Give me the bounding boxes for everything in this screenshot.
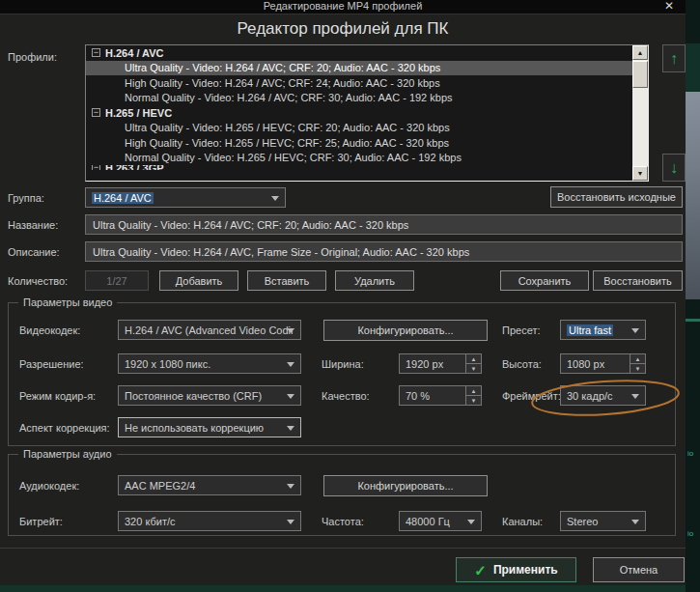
bitrate-select[interactable]: 320 кбит/с <box>118 511 301 531</box>
coding-mode-select[interactable]: Постоянное качество (CRF) <box>118 385 301 406</box>
group-select[interactable]: H.264 / AVC <box>85 187 286 208</box>
framerate-select[interactable]: 30 кадр/с <box>560 385 646 406</box>
background-text-fragment: io <box>687 449 693 458</box>
height-value: 1080 px <box>561 354 630 373</box>
width-stepper[interactable]: 1920 px ▲ ▼ <box>399 353 482 374</box>
chevron-down-icon <box>287 484 294 489</box>
chevron-down-icon <box>287 520 294 524</box>
arrow-up-icon: ↑ <box>670 50 678 68</box>
profile-row-label: Normal Quality - Video: H.265 / HEVC; CR… <box>125 152 462 163</box>
group-label: Группа: <box>8 192 44 204</box>
chevron-down-icon <box>287 362 294 367</box>
collapse-icon[interactable]: − <box>92 165 100 170</box>
title-bar: Редактирование MP4 профилей ✕ <box>0 0 686 14</box>
profile-row[interactable]: −H.263 / 3GP <box>86 165 632 170</box>
frequency-label: Частота: <box>322 516 364 527</box>
insert-button[interactable]: Вставить <box>247 270 326 291</box>
move-up-button[interactable]: ↑ <box>662 44 686 72</box>
restore-defaults-button[interactable]: Восстановить исходные <box>550 186 683 208</box>
spin-down-icon[interactable]: ▼ <box>630 364 645 373</box>
quality-stepper[interactable]: 70 % ▲ ▼ <box>399 385 482 406</box>
aspect-correction-select[interactable]: Не использовать коррекцию <box>118 417 301 437</box>
chevron-down-icon <box>631 394 639 399</box>
quality-value: 70 % <box>400 386 465 405</box>
height-label: Высота: <box>502 358 542 370</box>
apply-button-label: Применить <box>493 563 558 577</box>
chevron-down-icon <box>631 328 639 333</box>
profiles-list: −H.264 / AVCUltra Quality - Video: H.264… <box>86 45 632 181</box>
arrow-down-icon: ↓ <box>670 159 678 177</box>
scroll-up-icon[interactable]: ▲ <box>632 45 648 60</box>
spin-down-icon[interactable]: ▼ <box>466 396 481 405</box>
aspect-correction-label: Аспект коррекция: <box>19 422 110 434</box>
scrollbar-thumb[interactable] <box>632 61 648 88</box>
resolution-select[interactable]: 1920 x 1080 пикс. <box>118 353 301 374</box>
profile-row[interactable]: −H.264 / AVC <box>86 45 632 61</box>
framerate-value: 30 кадр/с <box>567 390 613 402</box>
count-field: 1/27 <box>85 270 149 291</box>
cancel-button[interactable]: Отмена <box>593 557 685 582</box>
profile-row[interactable]: −H.265 / HEVC <box>86 105 632 121</box>
width-label: Ширина: <box>322 358 364 370</box>
profiles-label: Профили: <box>8 51 57 63</box>
audio-codec-label: Аудиокодек: <box>19 480 79 492</box>
video-codec-value: H.264 / AVC (Advanced Video Codir <box>125 324 294 336</box>
video-configure-button[interactable]: Конфигурировать... <box>323 320 488 341</box>
collapse-icon[interactable]: − <box>92 48 100 57</box>
audio-codec-select[interactable]: AAC MPEG2/4 <box>118 475 301 495</box>
profile-row[interactable]: Ultra Quality - Video: H.264 / AVC; CRF:… <box>86 61 632 76</box>
close-icon[interactable]: ✕ <box>664 0 674 13</box>
profile-row[interactable]: Normal Quality - Video: H.265 / HEVC; CR… <box>86 151 632 166</box>
apply-button[interactable]: ✓ Применить <box>456 557 576 582</box>
profile-row[interactable]: High Quality - Video: H.265 / HEVC; CRF:… <box>86 135 632 151</box>
collapse-icon[interactable]: − <box>92 108 100 117</box>
quality-label: Качество: <box>322 390 370 402</box>
scroll-down-icon[interactable]: ▼ <box>632 166 648 181</box>
audio-params-title: Параметры аудио <box>18 448 117 460</box>
spin-down-icon[interactable]: ▼ <box>466 364 481 373</box>
channels-select[interactable]: Stereo <box>560 511 646 531</box>
coding-mode-label: Режим кодир-я: <box>19 390 96 402</box>
profile-row[interactable]: High Quality - Video: H.264 / AVC; CRF: … <box>86 75 632 91</box>
description-input[interactable]: Ultra Quality - Video: H.264 / AVC, Fram… <box>85 241 683 262</box>
save-button[interactable]: Сохранить <box>500 270 589 291</box>
height-stepper[interactable]: 1080 px ▲ ▼ <box>560 353 646 374</box>
coding-mode-value: Постоянное качество (CRF) <box>125 390 262 402</box>
group-select-value: H.264 / AVC <box>92 192 154 204</box>
frequency-select[interactable]: 48000 Гц <box>399 511 482 531</box>
spin-up-icon[interactable]: ▲ <box>466 354 481 364</box>
spin-up-icon[interactable]: ▲ <box>466 386 481 396</box>
profile-row-label: Ultra Quality - Video: H.265 / HEVC; CRF… <box>125 122 450 133</box>
background-app-bottom-strip <box>0 585 686 592</box>
profiles-list-box[interactable]: −H.264 / AVCUltra Quality - Video: H.264… <box>85 44 649 182</box>
background-text-fragment: io <box>687 529 693 538</box>
width-value: 1920 px <box>400 354 465 373</box>
profiles-scrollbar[interactable]: ▲ ▼ <box>632 45 648 181</box>
background-panel <box>686 43 700 92</box>
window-title: Редактирование MP4 профилей <box>0 0 686 13</box>
background-accent <box>686 319 700 322</box>
profile-row[interactable]: Ultra Quality - Video: H.265 / HEVC; CRF… <box>86 121 632 136</box>
name-label: Название: <box>8 219 58 231</box>
delete-button[interactable]: Удалить <box>335 270 414 291</box>
profile-row-label: Normal Quality - Video: H.264 / AVC; CRF… <box>125 92 453 103</box>
restore-button[interactable]: Восстановить <box>593 270 683 291</box>
video-codec-select[interactable]: H.264 / AVC (Advanced Video Codir <box>118 320 301 340</box>
resolution-value: 1920 x 1080 пикс. <box>125 358 210 370</box>
chevron-down-icon <box>467 520 475 524</box>
profile-row-label: H.265 / HEVC <box>105 107 172 119</box>
profile-row[interactable]: Normal Quality - Video: H.264 / AVC; CRF… <box>86 91 632 106</box>
name-input[interactable]: Ultra Quality - Video: H.264 / AVC; CRF:… <box>85 214 683 235</box>
channels-label: Каналы: <box>502 516 543 527</box>
profile-row-label: High Quality - Video: H.264 / AVC; CRF: … <box>125 77 440 89</box>
page-title: Редактор профилей для ПК <box>0 19 686 39</box>
add-button[interactable]: Добавить <box>159 270 238 291</box>
audio-configure-button[interactable]: Конфигурировать... <box>323 475 488 496</box>
count-label: Количество: <box>8 275 68 287</box>
move-down-button[interactable]: ↓ <box>662 154 686 182</box>
spin-up-icon[interactable]: ▲ <box>630 354 645 364</box>
video-params-title: Параметры видео <box>18 296 117 308</box>
preset-select[interactable]: Ultra fast <box>560 320 646 340</box>
audio-codec-value: AAC MPEG2/4 <box>125 480 195 492</box>
chevron-down-icon <box>287 426 294 431</box>
